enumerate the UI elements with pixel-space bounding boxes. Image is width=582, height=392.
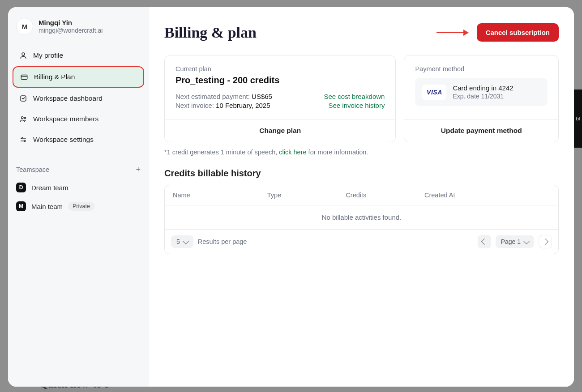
- team-badge: D: [16, 183, 26, 192]
- page-select[interactable]: Page 1: [496, 235, 534, 248]
- current-plan-card: Current plan Pro_testing - 200 credits N…: [164, 55, 396, 142]
- svg-point-0: [22, 53, 25, 55]
- next-invoice-value: 10 February, 2025: [216, 102, 270, 109]
- chevron-left-icon: [481, 239, 488, 245]
- card-icon: [20, 72, 29, 81]
- per-page-select[interactable]: 5: [171, 235, 193, 248]
- svg-rect-1: [21, 75, 27, 80]
- table-empty-message: No billable activities found.: [165, 205, 558, 229]
- payment-method-label: Payment method: [415, 65, 548, 72]
- invoice-history-link[interactable]: See invoice history: [329, 102, 385, 109]
- team-item-dream-team[interactable]: D Dream team: [8, 178, 149, 197]
- sidebar-item-label: Billing & Plan: [34, 73, 75, 81]
- team-item-main-team[interactable]: M Main team Private: [8, 197, 149, 216]
- history-table: Name Type Credits Created At No billable…: [164, 185, 559, 254]
- th-credits: Credits: [346, 192, 424, 199]
- page-title: Billing & plan: [164, 24, 257, 41]
- cancel-subscription-button[interactable]: Cancel subscription: [477, 23, 559, 42]
- team-label: Main team: [31, 203, 63, 210]
- team-badge: M: [16, 201, 26, 211]
- sidebar-item-label: My profile: [33, 51, 63, 60]
- visa-logo-icon: VISA: [422, 85, 446, 100]
- chart-icon: [19, 94, 28, 103]
- payment-card-display: VISA Card ending in 4242 Exp. date 11/20…: [415, 78, 548, 106]
- next-payment-label: Next estimated payment:: [175, 93, 252, 100]
- teamspace-header: Teamspace +: [8, 153, 149, 178]
- sidebar-item-label: Workspace members: [33, 115, 98, 123]
- user-name: Mingqi Yin: [39, 19, 103, 26]
- chevron-down-icon: [183, 238, 189, 244]
- chevron-right-icon: [542, 239, 548, 245]
- team-label: Dream team: [31, 184, 68, 192]
- svg-point-5: [24, 117, 26, 119]
- plan-name: Pro_testing - 200 credits: [175, 75, 385, 85]
- sidebar: M Mingqi Yin mingqi@wondercraft.ai My pr…: [8, 7, 149, 387]
- th-created: Created At: [424, 192, 550, 199]
- footnote-link[interactable]: click here: [279, 149, 306, 156]
- sidebar-item-workspace-dashboard[interactable]: Workspace dashboard: [13, 89, 144, 108]
- teamspace-label: Teamspace: [16, 166, 49, 173]
- credit-footnote: *1 credit generates 1 minute of speech, …: [164, 149, 559, 156]
- main-content: Billing & plan Cancel subscription Curre…: [149, 7, 574, 387]
- users-icon: [19, 115, 28, 124]
- next-payment-value: US$65: [252, 93, 272, 100]
- sidebar-item-workspace-settings[interactable]: Workspace settings: [13, 130, 144, 149]
- background-sidebar-peek: bl: [574, 89, 582, 148]
- user-email: mingqi@wondercraft.ai: [39, 27, 103, 34]
- card-ending: Card ending in 4242: [453, 84, 513, 92]
- user-icon: [19, 51, 28, 60]
- change-plan-button[interactable]: Change plan: [165, 119, 395, 142]
- update-payment-method-button[interactable]: Update payment method: [404, 119, 558, 142]
- sliders-icon: [19, 135, 28, 144]
- table-header: Name Type Credits Created At: [165, 185, 558, 205]
- sidebar-item-workspace-members[interactable]: Workspace members: [13, 109, 144, 129]
- payment-method-card: Payment method VISA Card ending in 4242 …: [404, 55, 559, 142]
- next-page-button[interactable]: [539, 235, 552, 248]
- avatar: M: [16, 18, 33, 35]
- user-block[interactable]: M Mingqi Yin mingqi@wondercraft.ai: [8, 15, 149, 43]
- private-badge: Private: [68, 202, 94, 211]
- sidebar-item-my-profile[interactable]: My profile: [13, 46, 144, 65]
- prev-page-button[interactable]: [478, 235, 491, 248]
- svg-point-7: [21, 138, 23, 139]
- card-expiry: Exp. date 11/2031: [453, 93, 513, 100]
- th-name: Name: [173, 192, 267, 199]
- annotation-arrow-icon: [436, 30, 469, 36]
- nav-list: My profile Billing & Plan Workspace dash…: [8, 43, 149, 153]
- cost-breakdown-link[interactable]: See cost breakdown: [324, 93, 385, 100]
- svg-point-9: [24, 141, 26, 142]
- history-title: Credits billable history: [164, 168, 559, 179]
- th-type: Type: [267, 192, 346, 199]
- sidebar-item-label: Workspace dashboard: [33, 94, 103, 102]
- add-teamspace-button[interactable]: +: [136, 166, 141, 174]
- chevron-down-icon: [523, 238, 530, 244]
- sidebar-item-label: Workspace settings: [33, 136, 94, 144]
- settings-modal: M Mingqi Yin mingqi@wondercraft.ai My pr…: [8, 7, 574, 387]
- sidebar-item-billing-plan[interactable]: Billing & Plan: [13, 66, 144, 88]
- table-footer: 5 Results per page Page 1: [165, 229, 558, 254]
- svg-point-4: [21, 117, 24, 119]
- per-page-label: Results per page: [198, 238, 247, 245]
- next-invoice-label: Next invoice:: [175, 102, 216, 109]
- current-plan-label: Current plan: [175, 65, 385, 72]
